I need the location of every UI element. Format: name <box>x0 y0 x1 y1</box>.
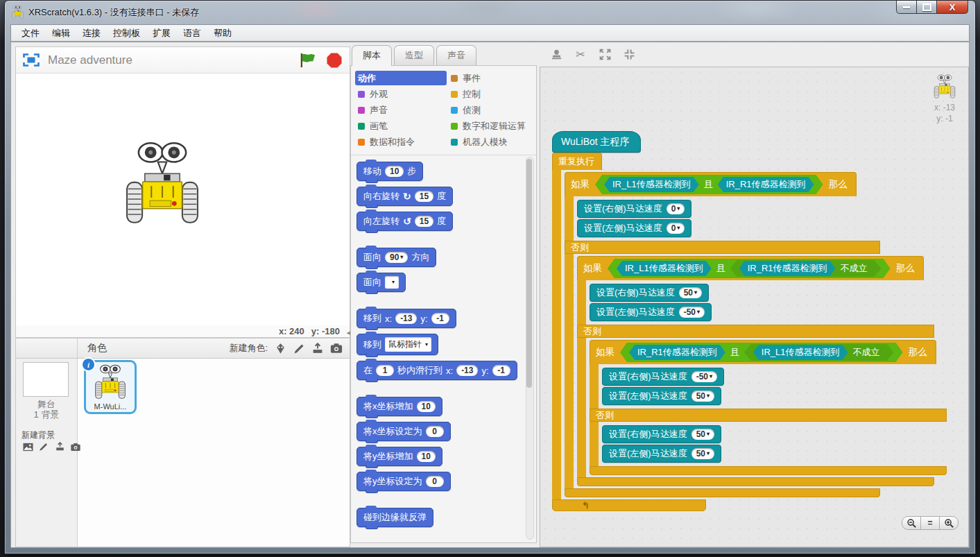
dropdown-input[interactable]: 90▾ <box>385 252 408 263</box>
grow-icon[interactable] <box>598 48 612 62</box>
green-flag-icon[interactable] <box>300 53 316 68</box>
category-item-5[interactable]: 事件 <box>448 71 533 85</box>
if-else-block[interactable]: 如果IR_R1传感器检测到且IR_L1传感器检测到不成立那么设置(右侧)马达速度… <box>590 340 947 475</box>
image-icon[interactable] <box>22 440 34 453</box>
category-item-6[interactable]: 控制 <box>448 87 533 101</box>
sensor-boolean-block[interactable]: IR_R1传感器检测到 <box>739 261 836 276</box>
upload-icon[interactable] <box>53 440 66 453</box>
number-input[interactable]: 1 <box>376 365 394 376</box>
and-operator-block[interactable]: IR_R1传感器检测到且IR_L1传感器检测到不成立 <box>620 343 903 362</box>
sensor-boolean-block[interactable]: IR_R1传感器检测到 <box>629 345 725 360</box>
paintbrush-icon[interactable] <box>37 440 50 453</box>
number-input[interactable]: 0 <box>426 476 444 487</box>
number-input[interactable]: 10 <box>417 401 436 412</box>
upload-icon[interactable] <box>311 342 324 354</box>
sprite-thumbnail-selected[interactable]: i M-WuLi... <box>84 360 137 414</box>
menu-help[interactable]: 帮助 <box>207 25 238 42</box>
set-motor-speed-block[interactable]: 设置(右侧)马达速度50▾ <box>602 425 721 443</box>
number-input[interactable]: 10 <box>417 451 436 462</box>
menu-edit[interactable]: 编辑 <box>46 25 76 42</box>
set-motor-speed-block[interactable]: 设置(左侧)马达速度50▾ <box>602 387 721 405</box>
number-input[interactable]: 15 <box>415 216 433 227</box>
and-operator-block[interactable]: IR_L1传感器检测到且IR_R1传感器检测到 <box>595 175 823 194</box>
stage-canvas[interactable] <box>16 74 350 325</box>
paintbrush-icon[interactable] <box>293 342 305 354</box>
dropdown-input[interactable]: -50▾ <box>679 307 705 318</box>
dropdown-input[interactable]: -50▾ <box>691 371 717 382</box>
palette-block-point-in-direction[interactable]: 面向90▾方向 <box>356 248 436 267</box>
dropdown-input[interactable]: 50▾ <box>679 287 702 298</box>
maximize-button[interactable] <box>916 1 937 14</box>
sprite-library-icon[interactable] <box>274 342 286 354</box>
dropdown-menu-input[interactable]: ▾ <box>385 276 399 289</box>
scrollbar-thumb[interactable] <box>526 159 532 388</box>
category-item-7[interactable]: 侦测 <box>448 103 533 117</box>
category-item-4[interactable]: 数据和指令 <box>355 135 447 149</box>
dropdown-menu-input[interactable]: 鼠标指针▾ <box>385 337 431 352</box>
zoom-reset-button[interactable]: = <box>920 516 940 530</box>
category-item-2[interactable]: 声音 <box>355 103 447 117</box>
palette-block-set-y[interactable]: 将y坐标设定为0 <box>356 472 451 491</box>
dropdown-input[interactable]: 0▾ <box>667 203 685 214</box>
sensor-boolean-block[interactable]: IR_L1传感器检测到 <box>617 261 712 276</box>
menu-connect[interactable]: 连接 <box>76 25 107 42</box>
if-else-block[interactable]: 如果IR_L1传感器检测到且IR_R1传感器检测到不成立那么设置(右侧)马达速度… <box>577 256 934 486</box>
category-item-1[interactable]: 外观 <box>355 87 447 101</box>
category-item-3[interactable]: 画笔 <box>355 119 447 133</box>
set-motor-speed-block[interactable]: 设置(右侧)马达速度-50▾ <box>602 368 724 386</box>
camera-icon[interactable] <box>330 342 343 354</box>
number-input[interactable]: 15 <box>415 191 433 202</box>
palette-scrollbar[interactable] <box>526 157 534 540</box>
number-input[interactable]: -13 <box>395 313 417 324</box>
close-button[interactable]: X <box>936 1 968 14</box>
not-operator-block[interactable]: IR_R1传感器检测到不成立 <box>730 260 882 277</box>
tab-sounds[interactable]: 声音 <box>436 45 476 66</box>
zoom-in-button[interactable] <box>939 516 958 530</box>
palette-block-turn-left[interactable]: 向左旋转↺15度 <box>356 212 453 231</box>
palette-block-glide-to-xy[interactable]: 在1秒内滑行到x:-13y:-1 <box>356 361 517 380</box>
number-input[interactable]: -1 <box>431 313 449 324</box>
palette-block-go-to-xy[interactable]: 移到x:-13y:-1 <box>356 309 456 328</box>
title-bar[interactable]: XRScratch(v1.6.3) - 没有连接串口 - 未保存 X <box>5 1 975 24</box>
sprite-info-badge[interactable]: i <box>81 357 96 372</box>
if-else-block[interactable]: 如果IR_L1传感器检测到且IR_R1传感器检测到那么设置(右侧)马达速度0▾设… <box>565 172 880 497</box>
forever-loop-block[interactable]: 重复执行如果IR_L1传感器检测到且IR_R1传感器检测到那么设置(右侧)马达速… <box>552 153 706 511</box>
number-input[interactable]: 0 <box>426 426 444 437</box>
stamp-icon[interactable] <box>549 48 563 62</box>
number-input[interactable]: 10 <box>385 166 404 177</box>
category-item-0[interactable]: 动作 <box>355 71 447 85</box>
palette-block-point-towards[interactable]: 面向▾ <box>356 273 406 292</box>
minimize-button[interactable] <box>896 1 917 14</box>
not-operator-block[interactable]: IR_L1传感器检测到不成立 <box>744 344 894 361</box>
script-canvas[interactable]: x: -13 y: -1 WuLiBot 主程序重复执行如果IR_L1传感器检测… <box>540 67 969 547</box>
dropdown-input[interactable]: 50▾ <box>691 448 714 459</box>
set-motor-speed-block[interactable]: 设置(右侧)马达速度50▾ <box>590 284 709 302</box>
sensor-boolean-block[interactable]: IR_R1传感器检测到 <box>718 177 814 192</box>
sensor-boolean-block[interactable]: IR_L1传感器检测到 <box>753 345 848 360</box>
category-item-8[interactable]: 数字和逻辑运算 <box>448 119 533 133</box>
number-input[interactable]: -1 <box>492 365 510 376</box>
set-motor-speed-block[interactable]: 设置(左侧)马达速度-50▾ <box>590 303 712 321</box>
set-motor-speed-block[interactable]: 设置(左侧)马达速度0▾ <box>577 219 691 237</box>
menu-board[interactable]: 控制板 <box>107 25 146 42</box>
sensor-boolean-block[interactable]: IR_L1传感器检测到 <box>604 177 699 192</box>
stop-icon[interactable] <box>326 53 343 68</box>
palette-block-change-y[interactable]: 将y坐标增加10 <box>356 447 442 466</box>
stage-thumbnail[interactable] <box>23 362 69 397</box>
menu-file[interactable]: 文件 <box>15 25 46 42</box>
palette-block-set-x[interactable]: 将x坐标设定为0 <box>356 422 451 441</box>
menu-language[interactable]: 语言 <box>177 25 207 42</box>
number-input[interactable]: -13 <box>456 365 478 376</box>
shrink-icon[interactable] <box>622 48 636 62</box>
scissors-icon[interactable]: ✂ <box>574 48 587 62</box>
category-item-9[interactable]: 机器人模块 <box>448 135 533 149</box>
palette-block-change-x[interactable]: 将x坐标增加10 <box>356 397 442 416</box>
set-motor-speed-block[interactable]: 设置(右侧)马达速度0▾ <box>577 200 691 218</box>
tab-scripts[interactable]: 脚本 <box>352 45 392 66</box>
tab-costumes[interactable]: 造型 <box>394 45 434 66</box>
dropdown-input[interactable]: 0▾ <box>667 223 685 234</box>
palette-block-go-to-target[interactable]: 移到鼠标指针▾ <box>356 334 438 355</box>
dropdown-input[interactable]: 50▾ <box>691 429 714 440</box>
hat-block-main-program[interactable]: WuLiBot 主程序 <box>552 131 641 153</box>
fullscreen-icon[interactable] <box>23 53 40 67</box>
